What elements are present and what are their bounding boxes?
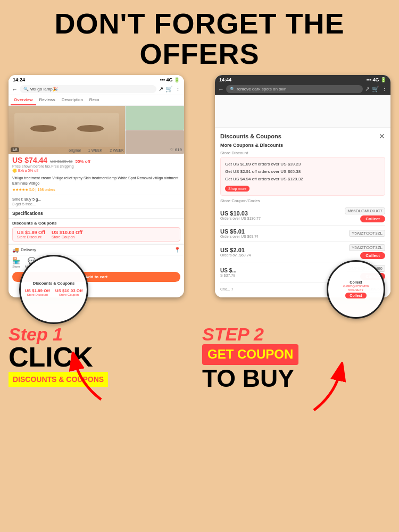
- discount-type-2: Store Coupon: [52, 235, 82, 239]
- step2-badge: GET COUPON: [202, 344, 298, 364]
- right-collect-btn[interactable]: Collect: [345, 293, 366, 298]
- delivery-icon: 🚚: [12, 247, 19, 253]
- coupon-row-2: US $5.01 Orders over US $69.74 Y5AIZTOOT…: [220, 226, 385, 242]
- step-2: STEP 2 GET COUPON TO BUY: [202, 325, 390, 390]
- collect-btn-1[interactable]: Collect: [360, 215, 385, 222]
- product-name: Vitiligo treatment cream Vitiligo relief…: [12, 176, 180, 186]
- price-original: US $165.42: [50, 159, 72, 164]
- buy-row: Smell: Buy 5 g... 3 get 5 free...: [9, 195, 184, 209]
- tab-reviews[interactable]: Reviews: [36, 95, 59, 105]
- tier-3: Get US $4.94 off orders over US $129.32: [225, 176, 380, 183]
- arrow-left-container: [69, 352, 112, 407]
- right-nav-bar: ← 🔍 remove dark spots on skin ↗ 🛒 ⋮: [215, 84, 390, 95]
- right-circle-overlay: Collect GMFBQI7OOM86 5K0J9E6Y Collect: [327, 260, 385, 319]
- share-icon[interactable]: ↗: [159, 86, 163, 93]
- buy-promo: 3 get 5 free...: [12, 202, 180, 206]
- discount-type-1: Store Discount: [17, 235, 45, 239]
- discount-amount-1: US $1.89 Off: [17, 230, 45, 235]
- right-bg: [215, 95, 390, 127]
- circle-title: Discounts & Coupons: [31, 281, 77, 286]
- circle-disc-1: US $1.89 Off Store Discount: [25, 288, 50, 296]
- coupon-2-info: US $5.01 Orders over US $69.74: [220, 228, 259, 238]
- right-search-box[interactable]: 🔍 remove dark spots on skin: [226, 85, 363, 93]
- back-icon[interactable]: ←: [12, 86, 18, 93]
- circle-disc-2: US $10.03 Off Store Coupon: [55, 288, 83, 296]
- left-nav-bar: ← 🔍 vitiligo lamp🎉 ↗ 🛒 ⋮: [9, 84, 184, 95]
- cart-icon[interactable]: 🛒: [165, 86, 173, 93]
- right-search-text: remove dark spots on skin: [237, 87, 286, 92]
- smell-label: Smell: Buy 5 g...: [12, 197, 180, 202]
- header-title: DON'T FORGET THE OFFERS: [5, 9, 394, 69]
- right-phone: 14:44 ▪▪▪ 4G 🔋 ← 🔍 remove dark spots on …: [215, 75, 390, 297]
- popup-close-icon[interactable]: ✕: [379, 132, 385, 140]
- header: DON'T FORGET THE OFFERS: [0, 0, 399, 73]
- shop-more-btn[interactable]: Shop more: [225, 186, 250, 192]
- coupon-3-info: US $2.01 Orders ov...$69.74: [220, 247, 251, 257]
- popup-subtitle: More Coupons & Discounts: [220, 143, 385, 148]
- delivery-label: Delivery: [21, 247, 36, 252]
- coupon-1-info: US $10.03 Orders over US $130.77: [220, 210, 261, 220]
- arrow-right-container: [303, 362, 346, 418]
- image-labels: original1 WEEK2 WEEK: [69, 148, 123, 152]
- right-search-icon: 🔍: [230, 87, 235, 92]
- right-share-icon[interactable]: ↗: [365, 86, 370, 93]
- discount-item-1: US $1.89 Off Store Discount: [17, 230, 45, 239]
- step2-number: STEP 2: [202, 325, 264, 343]
- coupon-code-1: M66DLGMUXUC7: [345, 207, 385, 214]
- discounts-label: Discounts & Coupons: [12, 221, 180, 226]
- left-signal: ▪▪▪ 4G 🔋: [160, 77, 180, 82]
- coupon-5-info: Che... 7: [220, 287, 234, 291]
- discount-item-2: US $10.03 Off Store Coupon: [52, 230, 82, 239]
- left-tabs: Overview Reviews Description Reco: [9, 95, 184, 106]
- store-discount-section: Store Discount Get US $1.89 off orders o…: [220, 151, 385, 196]
- extra-off: 🟡 Extra 5% off: [12, 169, 180, 173]
- step2-badge-text: GET COUPON: [207, 347, 293, 361]
- product-desc: Vitiligo treatment cream Vitiligo relief…: [9, 174, 184, 195]
- left-status-bar: 14:24 ▪▪▪ 4G 🔋: [9, 75, 184, 84]
- right-back-icon[interactable]: ←: [218, 86, 224, 93]
- price-section: US $74.44 US $165.42 55% off Price shown…: [9, 154, 184, 174]
- coupon-codes-label: Store Coupon/Codes: [220, 198, 385, 203]
- right-more-icon[interactable]: ⋮: [381, 86, 387, 93]
- coupon-row-3: US $2.01 Orders ov...$69.74 Y5AIZTOOT3ZL…: [220, 242, 385, 262]
- price-main: US $74.44: [12, 156, 47, 164]
- more-icon[interactable]: ⋮: [175, 86, 181, 93]
- coupon-code-2: Y5AIZTOOT3ZL: [349, 230, 385, 237]
- left-phone: 14:24 ▪▪▪ 4G 🔋 ← 🔍 vitiligo lamp🎉 ↗ 🛒 ⋮: [9, 75, 184, 297]
- shipping-text: Price shown before tax,Free shipping: [12, 164, 180, 168]
- search-text: vitiligo lamp🎉: [30, 87, 58, 92]
- popup-title: Discounts & Coupons: [220, 133, 281, 139]
- collect-btn-3[interactable]: Collect: [360, 252, 385, 259]
- discount-amount-2: US $10.03 Off: [52, 230, 82, 235]
- coupon-4-info: US $... S $37.78: [220, 268, 237, 277]
- product-images: 1/8 original1 WEEK2 WEEK ♡ 619: [9, 106, 184, 154]
- right-time: 14:44: [219, 77, 231, 82]
- right-status-bar: 14:44 ▪▪▪ 4G 🔋: [215, 75, 390, 84]
- page-container: DON'T FORGET THE OFFERS 14:24 ▪▪▪ 4G 🔋 ←…: [0, 0, 399, 532]
- tab-overview[interactable]: Overview: [11, 95, 36, 105]
- search-icon: 🔍: [23, 87, 29, 92]
- left-circle-overlay: Discounts & Coupons US $1.89 Off Store D…: [19, 255, 88, 324]
- tier-2: Get US $2.91 off orders over US $65.38: [225, 168, 380, 176]
- tab-description[interactable]: Description: [59, 95, 86, 105]
- like-count: ♡ 619: [170, 147, 182, 152]
- store-discount-label: Store Discount: [220, 151, 385, 155]
- price-off: 55% off: [75, 159, 90, 164]
- popup-header: Discounts & Coupons ✕: [220, 132, 385, 140]
- discounts-section: Discounts & Coupons US $1.89 Off Store D…: [9, 219, 184, 244]
- phones-row: 14:24 ▪▪▪ 4G 🔋 ← 🔍 vitiligo lamp🎉 ↗ 🛒 ⋮: [0, 73, 399, 297]
- discount-tiers: Get US $1.89 off orders over US $39.23 G…: [220, 157, 385, 196]
- step2-action: TO BUY: [202, 366, 294, 390]
- search-box[interactable]: 🔍 vitiligo lamp🎉: [20, 85, 156, 93]
- specifications-row: Specifications: [9, 209, 184, 219]
- right-cart-icon[interactable]: 🛒: [372, 86, 379, 93]
- image-counter: 1/8: [11, 147, 19, 152]
- step1-number: Step 1: [9, 325, 197, 343]
- right-signal: ▪▪▪ 4G 🔋: [366, 77, 386, 82]
- tab-reco[interactable]: Reco: [86, 95, 103, 105]
- delivery-row: 🚚 Delivery 📍: [9, 244, 184, 255]
- tier-1: Get US $1.89 off orders over US $39.23: [225, 161, 380, 168]
- coupon-row-1: US $10.03 Orders over US $130.77 M66DLGM…: [220, 205, 385, 226]
- rating: ★★★★★ 5.0 | 198 orders: [12, 187, 180, 193]
- coupon-code-3: Y5AIZTOOT3ZL: [349, 244, 385, 251]
